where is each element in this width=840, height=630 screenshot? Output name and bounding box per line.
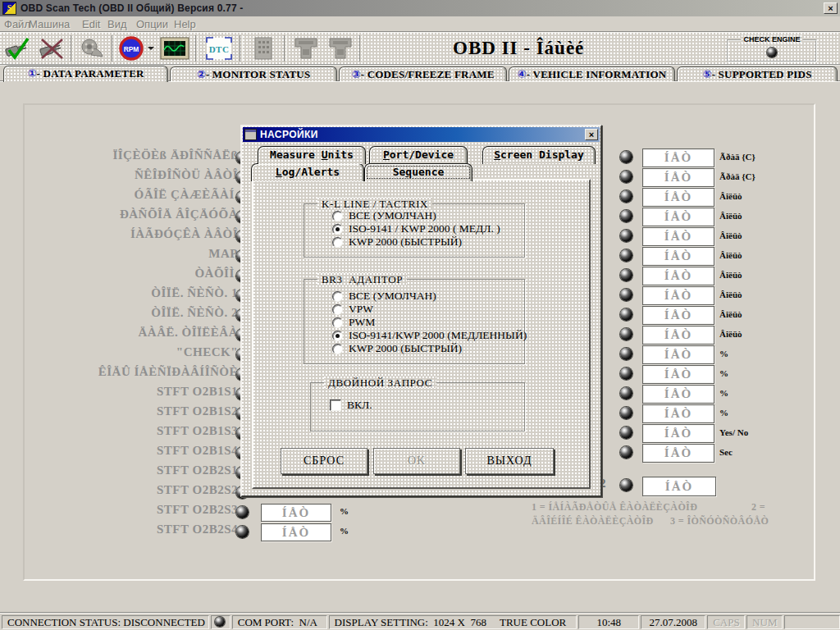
tab-monitor-status[interactable]: ②- MONITOR STATUS (170, 66, 337, 81)
date: 27.07.2008 (641, 615, 705, 629)
param-value-box: ÍÅÒ (642, 345, 714, 364)
radio-selected[interactable] (332, 224, 343, 235)
dialog-tab-log-alerts[interactable]: Log/Alerts (251, 163, 364, 181)
group-3-title: ДВОЙНОЙ ЗАПРОС (324, 377, 436, 388)
param-value-box: ÍÅÒ (261, 504, 331, 522)
tab-supported-pids[interactable]: ⑤- SUPPORTED PIDS (677, 66, 838, 81)
radio-unselected[interactable] (332, 291, 343, 302)
param-led (620, 479, 632, 491)
param-unit: % (719, 368, 728, 380)
film-icon (80, 37, 106, 60)
dialog-tab-measure-units[interactable]: Measure Units (258, 146, 366, 164)
tab-codes-freeze-frame[interactable]: ③- CODES/FREEZE FRAME (339, 66, 507, 81)
window-close-button[interactable]: × (824, 2, 838, 14)
param-led (620, 230, 632, 242)
radio-unselected[interactable] (332, 344, 343, 354)
dialog-tab-screen-display[interactable]: Screen Display (482, 146, 596, 164)
param-unit: Âîëüò (719, 190, 742, 203)
reset-button[interactable]: СБРОС (281, 448, 368, 474)
param-unit: % (719, 407, 728, 419)
rpm-dropdown-arrow[interactable] (146, 34, 156, 62)
param-label: ÑÊÎÐÎÑÒÜ ÀÂÒÎ (33, 168, 238, 186)
param-led (620, 427, 632, 439)
exit-button[interactable]: ВЫХОД (465, 448, 554, 474)
record-button[interactable] (75, 34, 110, 62)
param-value-box: ÍÅÒ (642, 208, 714, 226)
connect-button[interactable] (0, 34, 34, 62)
param-unit: Yes/ No (719, 427, 748, 439)
vkl-checkbox[interactable] (330, 399, 341, 411)
page-title: OBD II - Îáùèé (453, 38, 625, 59)
param-unit: Âîëüò (719, 269, 742, 281)
param-label: MAP (33, 247, 238, 265)
radio-label: PWM (349, 316, 375, 329)
radio-option[interactable]: ISO-9141 / KWP 2000 ( МЕДЛ. ) (332, 222, 500, 235)
param-value-box: ÍÅÒ (642, 148, 714, 167)
display-setting-status: DISPLAY SETTING: 1024 X 768 TRUE COLOR (329, 615, 578, 629)
menu-item-4[interactable]: Вид (107, 18, 127, 30)
param-led (620, 407, 632, 419)
dialog-titlebar[interactable]: НАСРОЙКИ × (243, 127, 600, 142)
menu-item-1[interactable]: Файл (4, 18, 30, 30)
menu-item-5[interactable]: Опции (136, 18, 168, 30)
radio-option[interactable]: ВСЕ (УМОЛЧАН) (332, 290, 436, 303)
param-value-box: ÍÅÒ (642, 306, 714, 325)
oscilloscope-button[interactable] (156, 34, 194, 62)
connector-a-button[interactable] (289, 34, 323, 62)
param-led (620, 171, 632, 183)
dialog-close-button[interactable]: × (585, 129, 598, 140)
radio-option[interactable]: PWM (332, 316, 375, 329)
connector-b-button[interactable] (323, 34, 358, 62)
param-label: ÏÎÇÈÖÈß ÄÐÎÑÑÅËß (33, 148, 238, 167)
radio-option[interactable]: KWP 2000 (БЫСТРЫЙ) (332, 235, 462, 249)
radio-label: ВСЕ (УМОЛЧАН) (349, 290, 436, 303)
memory-card-button[interactable] (244, 34, 282, 62)
param-value-box: ÍÅÒ (642, 444, 714, 463)
radio-option[interactable]: ISO-9141/KWP 2000 (МЕДЛЕННЫЙ) (332, 329, 527, 342)
menu-item-6[interactable]: Help (174, 18, 196, 30)
toolbar-separator (195, 35, 199, 62)
menu-item-2[interactable]: Машина (29, 18, 70, 30)
status-bar: CONNECTION STATUS: DISCONNECTED COM PORT… (0, 612, 840, 630)
tab-vehicle-information[interactable]: ④- VEHICLE INFORMATION (509, 66, 675, 81)
param-value-box: ÍÅÒ (642, 247, 714, 266)
radio-label: ВСЕ (УМОЛЧАН) (349, 209, 436, 222)
radio-option[interactable]: ВСЕ (УМОЛЧАН) (332, 209, 436, 222)
dtc-button[interactable]: DTC (200, 34, 238, 62)
dialog-tab-sequence[interactable]: Sequence (364, 163, 472, 181)
footnote-line1: 1 = ÍÅÍÀÃÐÅÒÛÅ ÊÀÒÀËÈÇÀÒÎÐ (532, 501, 697, 514)
radio-label: VPW (349, 303, 373, 316)
tab-number: ③ (351, 68, 360, 80)
radio-unselected[interactable] (332, 237, 343, 248)
tab-data-parameter[interactable]: ①- DATA PARAMETER (3, 66, 168, 82)
param-unit: Âîëüò (719, 249, 742, 262)
menu-item-3[interactable]: Edit (82, 18, 100, 30)
app-icon: S (2, 2, 16, 15)
param-led (236, 506, 249, 518)
param-label: ÓÃÎË ÇÀÆÈÃÀÍ. (33, 188, 238, 206)
dialog-tab-port-device[interactable]: Port/Device (369, 146, 468, 164)
disconnect-plug-icon (38, 36, 66, 61)
param-label: STFT O2B1S4 (33, 444, 238, 462)
param-label: STFT O2B2S3 (33, 503, 238, 521)
param-label: ÒÀÕÎÌ. (33, 267, 238, 285)
disconnect-button[interactable] (34, 34, 69, 62)
connection-led-cell (211, 615, 231, 629)
radio-unselected[interactable] (332, 317, 343, 328)
toolbar-separator (240, 35, 243, 62)
radio-unselected[interactable] (332, 211, 343, 221)
menu-bar: ФайлМашинаEditВидОпцииHelp (0, 16, 840, 32)
param-led (620, 249, 632, 262)
checkbox-option[interactable]: ВКЛ. (330, 399, 372, 412)
radio-option[interactable]: VPW (332, 303, 373, 316)
num-lock-indicator: NUM (746, 615, 783, 629)
radio-unselected[interactable] (332, 304, 343, 315)
param-label: STFT O2B1S3 (33, 424, 238, 442)
param-value-box: ÍÅÒ (642, 326, 714, 345)
rpm-button[interactable]: RPM (116, 34, 146, 62)
radio-selected[interactable] (332, 331, 343, 341)
param-led (620, 387, 632, 399)
param-unit: % (719, 387, 728, 399)
radio-option[interactable]: KWP 2000 (БЫСТРЫЙ) (332, 342, 462, 355)
param-unit: Âîëüò (719, 328, 742, 340)
